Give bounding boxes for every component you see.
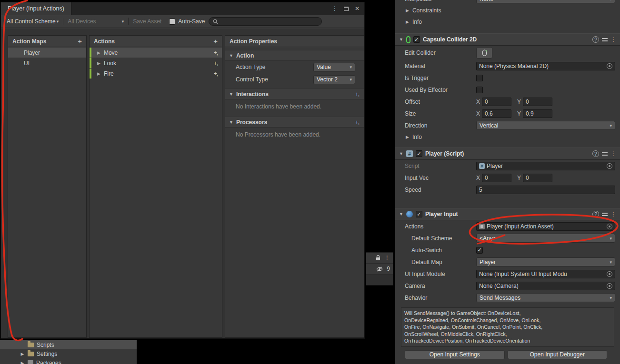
auto-save-checkbox[interactable]	[169, 19, 175, 25]
add-binding-button[interactable]: +,	[214, 60, 218, 67]
save-asset-button[interactable]: Save Asset	[130, 15, 164, 28]
add-action-map-button[interactable]: +	[78, 37, 82, 45]
direction-row: Direction Vertical ▾	[395, 119, 620, 131]
add-interaction-button[interactable]: +,	[355, 91, 359, 98]
constraints-foldout[interactable]: ▶ Constraints	[395, 5, 620, 16]
help-icon[interactable]: ?	[592, 211, 599, 217]
action-map-item-player[interactable]: Player	[8, 48, 86, 58]
speed-field[interactable]: 5	[476, 186, 615, 194]
chevron-right-icon[interactable]: ▶	[97, 61, 100, 66]
object-picker-icon[interactable]	[607, 271, 612, 277]
open-input-settings-button[interactable]: Open Input Settings	[405, 350, 505, 359]
add-action-button[interactable]: +	[213, 37, 218, 45]
kebab-menu-icon[interactable]: ⋮	[610, 36, 616, 43]
eye-hidden-icon[interactable]	[376, 266, 383, 272]
processors-title: Processors	[236, 119, 267, 126]
object-picker-icon[interactable]	[607, 224, 612, 229]
action-item-fire[interactable]: ▶ Fire +,	[90, 69, 222, 79]
actions-object-field[interactable]: Player (Input Action Asset)	[476, 222, 615, 231]
capsule-collider-component: ▼ ✓ Capsule Collider 2D ? ⋮ Edit Collide…	[395, 33, 620, 143]
lock-icon[interactable]	[376, 255, 380, 261]
default-map-label: Default Map	[405, 259, 476, 266]
window-tab[interactable]: Player (Input Actions)	[1, 2, 71, 15]
offset-x-field[interactable]: 0	[482, 98, 511, 106]
info-foldout[interactable]: ▶ Info	[395, 16, 620, 28]
camera-object-field[interactable]: None (Camera)	[476, 282, 615, 290]
collider-info-foldout[interactable]: ▶ Info	[395, 131, 620, 143]
action-item-move[interactable]: ▶ Move +,	[90, 48, 222, 58]
edit-collider-button[interactable]	[476, 47, 492, 59]
kebab-menu-icon[interactable]: ⋮	[332, 5, 338, 12]
ui-input-module-object-field[interactable]: None (Input System UI Input Modu	[476, 270, 615, 278]
default-scheme-dropdown[interactable]: <Any> ▾	[476, 234, 615, 243]
kebab-menu-icon[interactable]: ⋮	[610, 150, 616, 157]
object-picker-icon[interactable]	[607, 63, 612, 69]
processors-section-header[interactable]: ▼ Processors +,	[225, 117, 364, 128]
component-enabled-checkbox[interactable]: ✓	[413, 36, 420, 43]
open-input-debugger-button[interactable]: Open Input Debugger	[508, 350, 608, 359]
kebab-menu-icon[interactable]: ⋮	[610, 211, 616, 217]
default-map-dropdown[interactable]: Player ▾	[476, 257, 615, 266]
add-processor-button[interactable]: +,	[355, 119, 359, 126]
presets-icon[interactable]	[602, 37, 608, 42]
is-trigger-checkbox[interactable]	[476, 75, 483, 81]
player-input-header[interactable]: ▼ ✓ Player Input ? ⋮	[395, 208, 620, 220]
action-item-look[interactable]: ▶ Look +,	[90, 58, 222, 68]
chevron-right-icon[interactable]: ▶	[20, 361, 25, 364]
presets-icon[interactable]	[602, 212, 608, 217]
presets-icon[interactable]	[602, 151, 608, 157]
interpolate-row: Interpolate None ▾	[395, 0, 620, 5]
help-icon[interactable]: ?	[592, 150, 599, 157]
object-picker-icon[interactable]	[607, 283, 612, 289]
control-scheme-dropdown[interactable]: All Control Scheme ▾	[4, 15, 61, 28]
offset-y-field[interactable]: 0	[523, 98, 552, 106]
used-by-effector-checkbox[interactable]	[476, 87, 483, 93]
devices-label: All Devices	[68, 18, 96, 25]
behavior-row: Behavior Send Messages ▾	[395, 292, 620, 304]
project-item-scripts[interactable]: Scripts	[0, 340, 137, 349]
add-binding-button[interactable]: +,	[214, 49, 218, 56]
helpbox-line: OnTrackedDevicePosition, OnTrackedDevice…	[404, 337, 611, 344]
question-glyph: ?	[594, 211, 597, 217]
behavior-dropdown[interactable]: Send Messages ▾	[476, 293, 615, 302]
player-script-header[interactable]: ▼ # ✓ Player (Script) ? ⋮	[395, 148, 620, 160]
action-type-color-bar	[90, 69, 91, 79]
size-x-field[interactable]: 0.6	[482, 109, 511, 118]
is-trigger-label: Is Trigger	[405, 75, 476, 81]
default-map-row: Default Map Player ▾	[395, 256, 620, 268]
auto-switch-label: Auto-Switch	[405, 247, 476, 254]
help-icon[interactable]: ?	[592, 36, 599, 43]
direction-dropdown[interactable]: Vertical ▾	[476, 121, 615, 130]
search-input[interactable]	[209, 17, 322, 26]
chevron-down-icon: ▼	[399, 37, 403, 42]
helpbox-line: OnDeviceRegained, OnControlsChanged, OnM…	[404, 317, 611, 324]
action-properties-header: Action Properties	[225, 36, 364, 47]
input-vec-y-field[interactable]: 0	[523, 174, 552, 182]
component-enabled-checkbox[interactable]: ✓	[416, 150, 422, 157]
action-map-item-ui[interactable]: UI	[8, 58, 86, 68]
interpolate-dropdown[interactable]: None ▾	[476, 0, 615, 3]
maximize-icon[interactable]	[344, 7, 349, 11]
object-picker-icon[interactable]	[607, 163, 612, 169]
action-section-header[interactable]: ▼ Action	[225, 50, 364, 61]
size-y-field[interactable]: 0.9	[523, 109, 552, 118]
auto-switch-checkbox[interactable]: ✓	[476, 247, 483, 254]
project-item-settings[interactable]: ▶ Settings	[0, 349, 137, 358]
close-icon[interactable]: ✕	[355, 5, 360, 12]
devices-dropdown[interactable]: All Devices ▾	[65, 15, 127, 28]
capsule-collider-header[interactable]: ▼ ✓ Capsule Collider 2D ? ⋮	[395, 33, 620, 46]
input-vec-x-field[interactable]: 0	[482, 174, 511, 182]
chevron-right-icon[interactable]: ▶	[97, 71, 100, 76]
script-object-field[interactable]: # Player	[476, 162, 615, 170]
chevron-right-icon[interactable]: ▶	[97, 50, 100, 55]
add-binding-button[interactable]: +,	[214, 70, 218, 77]
kebab-menu-icon[interactable]: ⋮	[384, 255, 390, 261]
component-enabled-checkbox[interactable]: ✓	[416, 211, 422, 217]
auto-save-label: Auto-Save	[178, 18, 205, 25]
project-item-packages[interactable]: ▶ Packages	[0, 358, 137, 364]
action-type-dropdown[interactable]: Value ▾	[313, 63, 355, 72]
material-object-field[interactable]: None (Physics Material 2D)	[476, 62, 615, 70]
control-type-dropdown[interactable]: Vector 2 ▾	[313, 75, 355, 84]
interactions-section-header[interactable]: ▼ Interactions +,	[225, 89, 364, 99]
chevron-right-icon[interactable]: ▶	[20, 352, 25, 356]
